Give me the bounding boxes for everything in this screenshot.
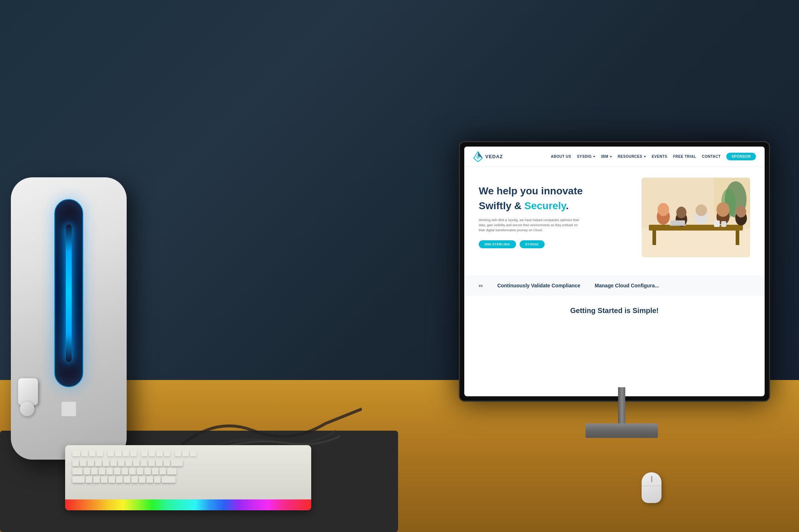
hero-securely: Securely xyxy=(524,200,566,211)
hero-image xyxy=(642,178,750,257)
nav-free-trial[interactable]: FREE TRIAL xyxy=(673,155,696,159)
features-strip: es Continuously Validate Compliance Mana… xyxy=(464,275,765,296)
mouse[interactable] xyxy=(642,472,661,503)
svg-rect-10 xyxy=(736,231,739,245)
nav-contact[interactable]: CONTACT xyxy=(702,155,721,159)
getting-started-title: Getting Started is Simple! xyxy=(479,307,750,315)
earphones xyxy=(18,378,38,416)
website-navbar: VEDAZ ABOUT US SYSDIG IBM RESOURCES xyxy=(464,147,765,167)
nav-about[interactable]: ABOUT US xyxy=(551,155,571,159)
logo-icon xyxy=(473,151,483,162)
hero-section: We help you innovate Swiftly & Securely.… xyxy=(464,167,765,275)
nav-ibm[interactable]: IBM xyxy=(601,155,612,159)
feature-1: es xyxy=(479,284,483,288)
logo-text: VEDAZ xyxy=(485,154,503,159)
svg-rect-24 xyxy=(721,221,726,227)
monitor-stand-neck xyxy=(618,387,625,423)
monitor-stand-base xyxy=(585,423,658,438)
pc-tower xyxy=(11,177,127,460)
svg-point-16 xyxy=(696,204,707,216)
keyboard[interactable] xyxy=(65,445,311,510)
feature-manage: Manage Cloud Configura... xyxy=(595,283,659,288)
svg-point-18 xyxy=(716,202,730,217)
pc-power-button xyxy=(62,402,76,416)
hero-buttons: IBM STERLING SYSDIG xyxy=(479,240,631,248)
monitor-bezel: VEDAZ ABOUT US SYSDIG IBM RESOURCES xyxy=(459,141,770,402)
hero-title-line1: We help you innovate xyxy=(479,185,631,197)
website-logo: VEDAZ xyxy=(473,151,503,162)
sysdig-dropdown-arrow xyxy=(593,156,595,157)
feature-validate: Continuously Validate Compliance xyxy=(497,283,580,288)
svg-rect-9 xyxy=(652,231,656,245)
hero-description: Working with IBM & Sysdig, we have helpe… xyxy=(479,218,580,233)
nav-resources[interactable]: RESOURCES xyxy=(618,155,646,159)
hero-period: . xyxy=(566,200,569,211)
sponsor-button[interactable]: SPONSOR xyxy=(726,153,756,160)
cables xyxy=(181,380,362,452)
pc-tower-panel xyxy=(54,199,83,387)
nav-events[interactable]: EVENTS xyxy=(652,155,667,159)
resources-dropdown-arrow xyxy=(644,156,646,157)
ibm-dropdown-arrow xyxy=(610,156,612,157)
svg-rect-21 xyxy=(671,220,685,225)
meeting-scene-svg xyxy=(642,178,750,257)
ibm-sterling-button[interactable]: IBM STERLING xyxy=(479,240,516,248)
svg-rect-22 xyxy=(670,225,686,226)
hero-content: We help you innovate Swiftly & Securely.… xyxy=(479,178,642,248)
hero-title-line2: Swiftly & Securely. xyxy=(479,200,631,212)
monitor-screen: VEDAZ ABOUT US SYSDIG IBM RESOURCES xyxy=(464,147,765,396)
getting-started-section: Getting Started is Simple! xyxy=(464,296,765,326)
svg-rect-8 xyxy=(649,225,743,231)
nav-links: ABOUT US SYSDIG IBM RESOURCES EVENTS FR xyxy=(551,153,756,160)
svg-rect-23 xyxy=(714,220,720,227)
svg-point-20 xyxy=(736,206,746,218)
svg-point-12 xyxy=(658,203,669,216)
svg-point-14 xyxy=(676,207,686,218)
monitor-container: VEDAZ ABOUT US SYSDIG IBM RESOURCES xyxy=(459,141,785,467)
sysdig-button[interactable]: SYSDIG xyxy=(520,240,545,248)
keyboard-rgb-bar xyxy=(65,499,311,510)
hero-swiftly: Swiftly & xyxy=(479,200,524,211)
pc-rgb-glow xyxy=(66,224,72,362)
nav-sysdig[interactable]: SYSDIG xyxy=(577,155,595,159)
